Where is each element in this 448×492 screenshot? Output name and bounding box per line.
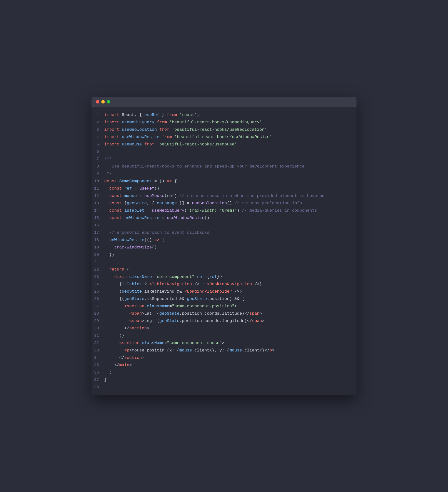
line-content: <section className="some-component-posit… — [104, 303, 352, 310]
token-jsx-attr: className — [147, 304, 169, 309]
token-jsx-tag: p — [269, 348, 272, 353]
token-operator: => — [167, 179, 172, 183]
token-jsx-tag: span — [252, 319, 262, 323]
code-line: 12 const mouse = useMouse(ref) // return… — [92, 192, 356, 200]
code-line: 6 — [92, 148, 356, 155]
token-identifier: useGeolocation — [122, 127, 157, 132]
token-identifier: geoState — [127, 201, 147, 206]
token-plain: > — [142, 355, 144, 360]
token-jsx-tag: main — [119, 363, 129, 367]
token-plain — [104, 319, 129, 323]
token-jsx-tag: section — [129, 326, 147, 331]
token-comment: // media-queries in components — [242, 208, 317, 213]
token-identifier: useWindowResize — [122, 135, 159, 139]
code-area: 1import React, { useRef } from 'react';2… — [92, 107, 356, 395]
line-content: <span>Lng: {geoState.position.coords.lon… — [104, 317, 352, 325]
code-line: 34 </section> — [92, 354, 356, 362]
line-content: const isTablet = useMediaQuery('(max-wid… — [104, 207, 352, 214]
token-plain — [127, 274, 129, 279]
token-plain: ={ — [204, 274, 209, 279]
line-number: 20 — [92, 251, 104, 258]
token-plain: = — [169, 304, 172, 309]
line-content: } — [104, 376, 352, 384]
token-plain: = — [159, 216, 167, 220]
code-line: 27 <section className="some-component-po… — [92, 303, 356, 310]
line-number: 35 — [92, 362, 104, 369]
token-jsx-tag: <LoadingPlaceholder — [184, 289, 232, 294]
line-number: 16 — [92, 222, 104, 229]
token-identifier: ref — [210, 274, 217, 279]
token-plain — [139, 341, 142, 345]
token-kw-const: const — [109, 186, 122, 191]
code-line: 28 <span>Lat: {geoState.position.coords.… — [92, 310, 356, 317]
token-plain: .isRetrieving && — [142, 289, 184, 294]
token-plain: )} — [104, 333, 124, 338]
token-plain — [104, 267, 109, 272]
token-plain: > — [235, 304, 237, 309]
token-plain: }> — [217, 274, 222, 279]
token-plain — [122, 216, 124, 220]
token-plain: { — [172, 179, 177, 183]
token-plain: { — [159, 238, 164, 242]
line-content: {(geoState.isSuppoerted && geoState.posi… — [104, 295, 352, 303]
code-line: 20 }) — [92, 251, 356, 259]
token-plain: > — [262, 319, 264, 323]
token-plain: React, { — [119, 113, 144, 117]
line-content: import useGeolocation from 'beautiful-re… — [104, 126, 352, 133]
line-content: </section> — [104, 354, 352, 362]
token-jsx-attr: className — [142, 341, 164, 345]
token-plain: .clientX}, y: { — [192, 348, 229, 353]
token-plain: > — [129, 363, 132, 367]
token-plain: />} — [252, 282, 262, 286]
line-content: const onWindowResize = useWindowResize() — [104, 214, 352, 222]
line-number: 14 — [92, 207, 104, 214]
token-func: trackWindowSize — [114, 245, 152, 250]
token-plain: /> : — [192, 282, 207, 286]
code-line: 31 )} — [92, 332, 356, 339]
line-number: 34 — [92, 354, 104, 361]
token-plain — [119, 142, 122, 147]
line-number: 27 — [92, 303, 104, 310]
line-number: 26 — [92, 296, 104, 302]
close-button[interactable] — [96, 100, 99, 104]
line-content: const [geoState, { onChange }] = useGeol… — [104, 200, 352, 207]
token-plain — [177, 113, 179, 117]
line-number: 1 — [92, 112, 104, 118]
token-plain: .position.coords.latitude}</ — [179, 311, 250, 316]
minimize-button[interactable] — [101, 100, 105, 104]
token-plain — [154, 142, 157, 147]
maximize-button[interactable] — [107, 100, 110, 104]
token-plain: , { — [147, 201, 157, 206]
token-plain: () — [152, 245, 157, 250]
token-identifier: onChange — [157, 201, 177, 206]
token-plain — [172, 135, 174, 139]
token-plain: { — [104, 282, 122, 286]
code-line: 14 const isTablet = useMediaQuery('(max-… — [92, 207, 356, 214]
token-identifier: mouse — [124, 194, 137, 198]
line-content — [104, 148, 352, 155]
line-number: 28 — [92, 310, 104, 317]
token-operator: => — [154, 238, 159, 242]
line-number: 19 — [92, 244, 104, 251]
token-plain: </ — [104, 363, 119, 367]
token-plain — [104, 238, 109, 242]
token-jsx-tag: <span — [129, 319, 142, 323]
code-line: 23 <main className="some-component" ref=… — [92, 273, 356, 281]
token-plain: ) — [237, 208, 242, 213]
token-string: 'react' — [179, 113, 197, 117]
token-kw-import: import — [104, 113, 119, 117]
token-plain: .position) && ( — [207, 297, 244, 301]
code-editor-window: 1import React, { useRef } from 'react';2… — [92, 97, 356, 395]
line-number: 30 — [92, 325, 104, 332]
line-content: const SomeComponent = () => { — [104, 178, 352, 185]
code-line: 30 </section> — [92, 325, 356, 332]
token-jsx-string: "some-component-position" — [172, 304, 234, 309]
line-content: ) — [104, 369, 352, 376]
token-plain: ( — [184, 208, 187, 213]
line-content: </main> — [104, 362, 352, 369]
code-line: 36 ) — [92, 369, 356, 376]
line-content: import React, { useRef } from 'react'; — [104, 111, 352, 119]
token-plain — [169, 127, 172, 132]
token-plain: [ — [122, 201, 127, 206]
token-plain: >Mouse positin (x: { — [129, 348, 179, 353]
